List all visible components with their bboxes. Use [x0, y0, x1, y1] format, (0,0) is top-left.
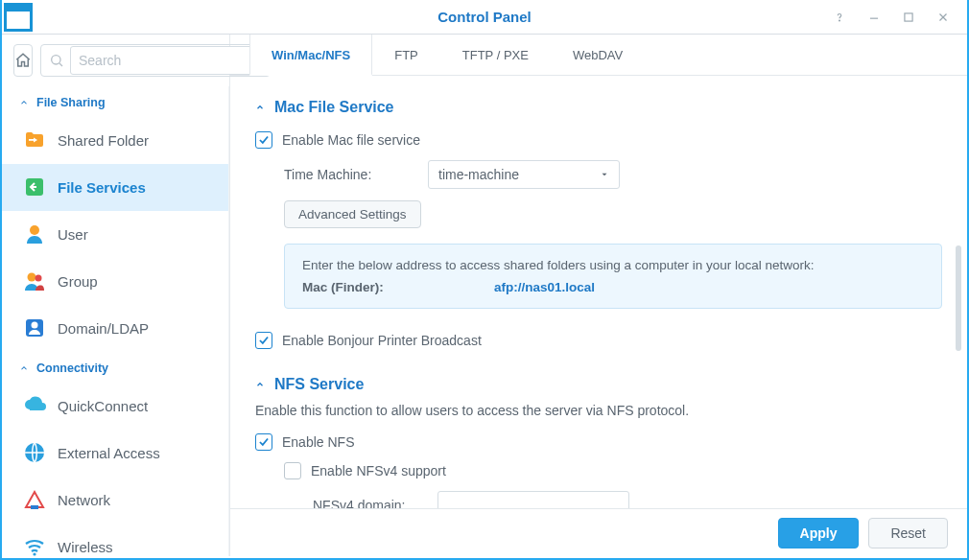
sidebar-item-label: Group — [58, 273, 98, 290]
checkbox-enable-nfsv4[interactable] — [284, 462, 301, 479]
nav-section-label: Connectivity — [36, 362, 108, 375]
time-machine-label: Time Machine: — [284, 167, 428, 182]
checkbox-bonjour[interactable] — [255, 332, 272, 349]
sidebar-item-label: External Access — [58, 445, 160, 461]
sidebar-item-label: User — [58, 226, 88, 243]
chevron-down-icon — [600, 170, 609, 179]
user-icon — [23, 222, 46, 245]
nav-section-connectivity[interactable]: Connectivity — [2, 352, 228, 383]
svg-point-17 — [33, 552, 35, 555]
shared-folder-icon — [23, 128, 46, 152]
wireless-icon — [23, 535, 46, 556]
checkbox-label: Enable Mac file service — [282, 132, 420, 148]
scrollbar-thumb[interactable] — [956, 245, 961, 351]
nfs-description: Enable this function to allow users to a… — [255, 403, 942, 428]
maximize-button[interactable] — [902, 11, 915, 24]
sidebar-item-external-access[interactable]: External Access — [2, 430, 228, 477]
nav: File Sharing Shared Folder File Services… — [2, 86, 229, 556]
tab-tftp-pxe[interactable]: TFTP / PXE — [440, 35, 551, 75]
tab-webdav[interactable]: WebDAV — [551, 35, 645, 75]
sidebar-item-file-services[interactable]: File Services — [2, 164, 228, 211]
footer: Apply Reset — [230, 508, 967, 556]
svg-rect-2 — [905, 12, 912, 20]
nav-section-label: File Sharing — [36, 96, 106, 109]
sidebar-item-label: File Services — [58, 179, 146, 196]
tab-ftp[interactable]: FTP — [372, 35, 440, 75]
checkbox-enable-mac[interactable] — [255, 131, 272, 149]
advanced-settings-button[interactable]: Advanced Settings — [284, 200, 421, 228]
chevron-up-icon — [255, 380, 265, 389]
sidebar-item-label: Wireless — [58, 539, 113, 555]
checkbox-label: Enable Bonjour Printer Broadcast — [282, 333, 482, 348]
chevron-up-icon — [255, 103, 265, 112]
tabs: Win/Mac/NFS FTP TFTP / PXE WebDAV — [230, 35, 967, 76]
nfsv4-domain-label: NFSv4 domain: — [313, 498, 437, 508]
checkbox-label: Enable NFSv4 support — [311, 463, 446, 478]
app-icon — [4, 3, 33, 32]
close-button[interactable] — [936, 11, 950, 24]
checkbox-enable-nfs[interactable] — [255, 433, 272, 451]
help-button[interactable] — [833, 11, 846, 24]
titlebar: Control Panel — [2, 0, 967, 35]
sidebar-item-quickconnect[interactable]: QuickConnect — [2, 383, 228, 430]
home-button[interactable] — [13, 44, 33, 77]
section-header-mac[interactable]: Mac File Service — [255, 89, 942, 126]
network-icon — [23, 488, 46, 511]
sidebar-item-user[interactable]: User — [2, 211, 228, 258]
svg-point-11 — [28, 273, 36, 282]
sidebar-item-wireless[interactable]: Wireless — [2, 524, 228, 556]
group-icon — [23, 269, 46, 292]
time-machine-select[interactable]: time-machine — [428, 160, 620, 189]
sidebar-item-label: Domain/LDAP — [58, 320, 149, 337]
search-icon — [49, 53, 64, 68]
tab-win-mac-nfs[interactable]: Win/Mac/NFS — [249, 35, 372, 76]
sidebar-item-network[interactable]: Network — [2, 477, 228, 524]
info-box-afp: Enter the below address to access shared… — [284, 244, 942, 309]
checkbox-label: Enable NFS — [282, 434, 354, 450]
svg-line-6 — [59, 63, 62, 66]
external-access-icon — [23, 441, 46, 464]
svg-point-0 — [839, 20, 840, 21]
finder-label: Mac (Finder): — [302, 280, 494, 294]
svg-point-10 — [30, 225, 39, 235]
window-controls — [833, 11, 967, 24]
sidebar-item-label: QuickConnect — [58, 398, 148, 414]
svg-point-5 — [52, 56, 60, 64]
sidebar-item-label: Shared Folder — [58, 132, 149, 149]
svg-rect-7 — [29, 139, 34, 141]
sidebar-item-label: Network — [58, 492, 110, 508]
domain-ldap-icon — [23, 316, 46, 339]
minimize-button[interactable] — [867, 11, 881, 24]
nav-section-file-sharing[interactable]: File Sharing — [2, 86, 228, 117]
chevron-up-icon — [19, 98, 29, 107]
chevron-up-icon — [19, 363, 29, 373]
svg-point-12 — [35, 275, 42, 282]
quickconnect-icon — [23, 394, 46, 417]
reset-button[interactable]: Reset — [868, 518, 948, 548]
section-title: Mac File Service — [274, 99, 394, 116]
select-value: time-machine — [438, 167, 519, 182]
nfsv4-domain-input[interactable] — [437, 491, 629, 508]
sidebar: File Sharing Shared Folder File Services… — [2, 35, 230, 556]
content: Win/Mac/NFS FTP TFTP / PXE WebDAV Mac Fi… — [230, 35, 967, 556]
file-services-icon — [23, 175, 46, 198]
sidebar-item-shared-folder[interactable]: Shared Folder — [2, 117, 228, 164]
settings-pane: Mac File Service Enable Mac file service… — [230, 76, 967, 508]
section-title: NFS Service — [274, 376, 364, 393]
info-intro: Enter the below address to access shared… — [302, 258, 924, 272]
window-title: Control Panel — [2, 9, 967, 25]
sidebar-item-domain-ldap[interactable]: Domain/LDAP — [2, 305, 228, 352]
apply-button[interactable]: Apply — [778, 518, 860, 548]
afp-url-link[interactable]: afp://nas01.local — [494, 280, 595, 294]
svg-point-14 — [32, 322, 38, 329]
sidebar-item-group[interactable]: Group — [2, 258, 228, 305]
section-header-nfs[interactable]: NFS Service — [255, 366, 942, 403]
svg-rect-16 — [31, 505, 38, 509]
